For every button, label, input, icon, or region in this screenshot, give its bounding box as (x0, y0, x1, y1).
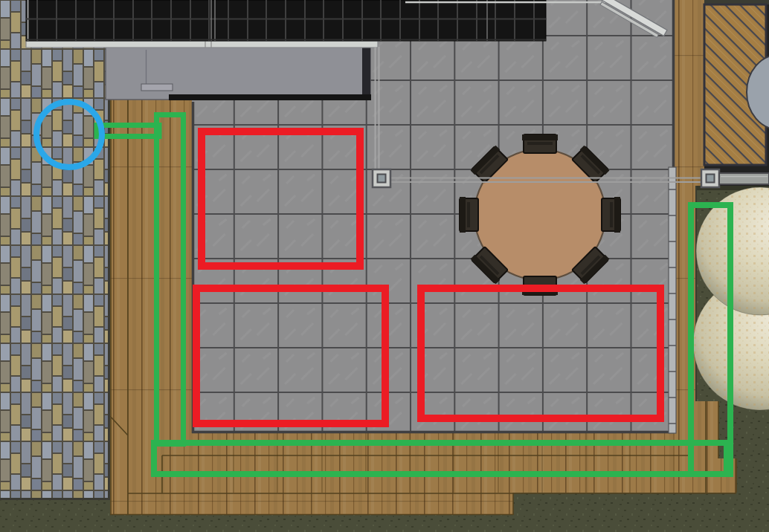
dining-chair[interactable] (522, 134, 558, 153)
cable-junction-box-2[interactable] (701, 169, 719, 187)
counter-shadow-bar (169, 94, 371, 100)
plan-canvas[interactable] (0, 0, 769, 532)
pergola-roof[interactable] (26, 0, 546, 41)
dining-chair[interactable] (602, 197, 620, 233)
cable-trunk-bar[interactable] (719, 173, 769, 184)
drainage-channel (669, 167, 676, 433)
stone-path (0, 0, 110, 500)
outdoor-counter[interactable] (106, 47, 371, 100)
dining-chair[interactable] (460, 197, 478, 233)
diagonal-plank-deck (704, 0, 769, 165)
deck-step (110, 493, 513, 515)
roof-beam (26, 41, 378, 48)
cable-junction-box-1[interactable] (373, 169, 390, 187)
